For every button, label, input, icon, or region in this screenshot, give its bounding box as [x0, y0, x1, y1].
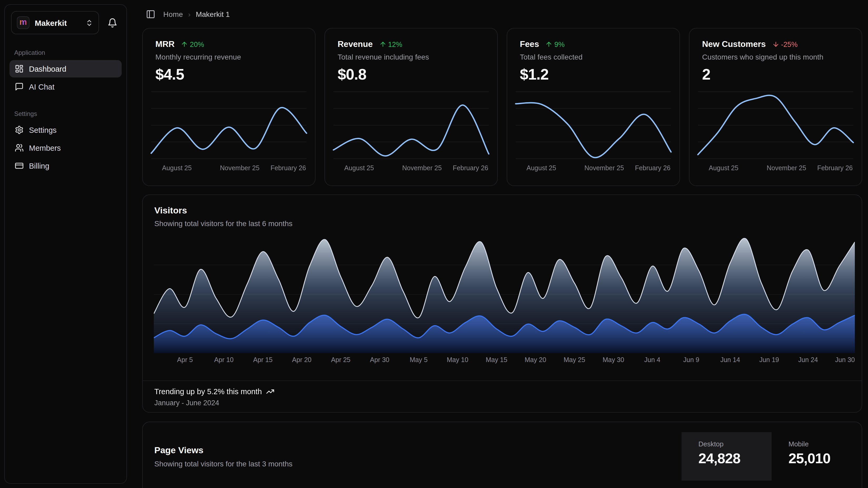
page-views-description: Showing total visitors for the last 3 mo… [154, 460, 682, 468]
axis-tick: Apr 30 [370, 356, 390, 364]
axis-tick: August 25 [344, 165, 374, 172]
toggle-value: 25,010 [788, 451, 862, 467]
visitors-x-axis: Apr 5Apr 10Apr 15Apr 20Apr 25Apr 30May 5… [154, 356, 855, 365]
sidebar: m Makerkit Application Dashboard [4, 4, 127, 484]
sidebar-item-ai-chat[interactable]: AI Chat [9, 78, 122, 95]
visitors-title: Visitors [143, 195, 862, 216]
toggle-label: Desktop [699, 440, 772, 448]
visitors-date-range: January - June 2024 [154, 399, 849, 407]
sidebar-item-dashboard[interactable]: Dashboard [9, 60, 122, 78]
stat-card-fees: Fees 9% Total fees collected $1.2 August… [507, 28, 680, 186]
visitors-trend-text: Trending up by 5.2% this month [154, 387, 262, 396]
visitors-description: Showing total visitors for the last 6 mo… [143, 216, 862, 228]
axis-tick: February 26 [453, 165, 488, 172]
axis-tick: Jun 9 [683, 356, 699, 364]
notifications-button[interactable] [103, 14, 121, 32]
sidebar-item-label: Billing [29, 162, 49, 170]
arrow-down-icon [772, 40, 779, 48]
axis-tick: May 30 [602, 356, 624, 364]
axis-tick: Jun 24 [798, 356, 818, 364]
stat-title: Fees [520, 39, 539, 49]
stat-card-new-customers: New Customers -25% Customers who signed … [689, 28, 862, 186]
axis-tick: February 26 [635, 165, 671, 172]
axis-tick: Apr 20 [292, 356, 312, 364]
sidebar-item-settings[interactable]: Settings [9, 121, 122, 139]
breadcrumb: Home › Makerkit 1 [143, 7, 230, 21]
stat-cards-row: MRR 20% Monthly recurring revenue $4.5 A… [142, 28, 862, 186]
stat-description: Customers who signed up this month [689, 49, 862, 61]
gear-icon [15, 125, 24, 134]
axis-tick: Apr 15 [253, 356, 273, 364]
stat-title: MRR [155, 39, 175, 49]
sparkline-axis: August 25 November 25 February 26 [698, 165, 853, 173]
layout-dashboard-icon [15, 64, 24, 73]
sparkline-chart [333, 91, 489, 160]
axis-tick: May 15 [486, 356, 507, 364]
stat-value: 2 [689, 61, 862, 83]
axis-tick: Jun 30 [835, 356, 855, 364]
sidebar-item-label: Settings [29, 126, 57, 134]
axis-tick: February 26 [271, 165, 306, 172]
chevrons-up-down-icon [85, 19, 93, 27]
arrow-up-icon [181, 40, 188, 48]
arrow-up-icon [379, 40, 386, 48]
axis-tick: May 10 [447, 356, 468, 364]
stat-description: Total fees collected [507, 49, 679, 61]
axis-tick: February 26 [817, 165, 853, 172]
stat-value: $1.2 [507, 61, 679, 83]
page-views-card: Page Views Showing total visitors for th… [142, 422, 862, 488]
stat-description: Total revenue including fees [325, 49, 497, 61]
axis-tick: Jun 14 [720, 356, 740, 364]
toggle-value: 24,828 [699, 451, 772, 467]
sidebar-item-label: Dashboard [29, 64, 66, 73]
makerkit-logo: m [17, 16, 30, 29]
axis-tick: August 25 [162, 165, 192, 172]
axis-tick: November 25 [402, 165, 442, 172]
axis-tick: May 25 [564, 356, 585, 364]
axis-tick: August 25 [526, 165, 556, 172]
axis-tick: May 5 [410, 356, 428, 364]
sparkline-chart [151, 91, 307, 160]
trending-up-icon [266, 387, 274, 396]
stat-card-revenue: Revenue 12% Total revenue including fees… [324, 28, 498, 186]
breadcrumb-current-page: Makerkit 1 [196, 10, 230, 19]
visitors-card: Visitors Showing total visitors for the … [142, 195, 862, 413]
panel-left-icon [146, 9, 155, 19]
credit-card-icon [15, 161, 24, 170]
trend-badge: -25% [772, 40, 798, 48]
sidebar-item-label: Members [29, 144, 61, 152]
axis-tick: Apr 10 [214, 356, 234, 364]
sparkline-axis: August 25 November 25 February 26 [151, 165, 307, 173]
sparkline-chart [698, 91, 853, 160]
axis-tick: Apr 25 [331, 356, 350, 364]
main-content: Home › Makerkit 1 MRR 20% Monthly recurr… [136, 0, 868, 488]
sidebar-section-application: Application Dashboard AI Chat [5, 49, 126, 95]
stat-title: New Customers [702, 39, 766, 49]
pageviews-toggle-desktop[interactable]: Desktop 24,828 [682, 432, 772, 481]
axis-tick: November 25 [584, 165, 624, 172]
axis-tick: May 20 [525, 356, 546, 364]
page-views-toggles: Desktop 24,828 Mobile 25,010 [682, 432, 862, 488]
sparkline-axis: August 25 November 25 February 26 [516, 165, 671, 173]
sparkline-axis: August 25 November 25 February 26 [333, 165, 489, 173]
workspace-switcher[interactable]: m Makerkit [11, 11, 99, 34]
sidebar-toggle-button[interactable] [143, 7, 158, 21]
axis-tick: November 25 [220, 165, 259, 172]
trend-badge: 20% [181, 40, 204, 48]
breadcrumb-home-link[interactable]: Home [163, 10, 183, 19]
chevron-right-icon: › [188, 10, 191, 18]
sidebar-item-billing[interactable]: Billing [9, 157, 122, 174]
stat-card-mrr: MRR 20% Monthly recurring revenue $4.5 A… [142, 28, 315, 186]
sidebar-item-members[interactable]: Members [9, 139, 122, 156]
workspace-name: Makerkit [35, 18, 80, 27]
stat-description: Monthly recurring revenue [143, 49, 315, 61]
trend-badge: 12% [379, 40, 402, 48]
axis-tick: Jun 19 [759, 356, 779, 364]
section-label: Settings [5, 110, 126, 121]
pageviews-toggle-mobile[interactable]: Mobile 25,010 [772, 432, 862, 481]
axis-tick: Jun 4 [644, 356, 660, 364]
visitors-footer: Trending up by 5.2% this month January -… [143, 380, 862, 412]
visitors-area-chart[interactable] [154, 235, 855, 353]
users-icon [15, 143, 24, 152]
sidebar-item-label: AI Chat [29, 83, 55, 91]
